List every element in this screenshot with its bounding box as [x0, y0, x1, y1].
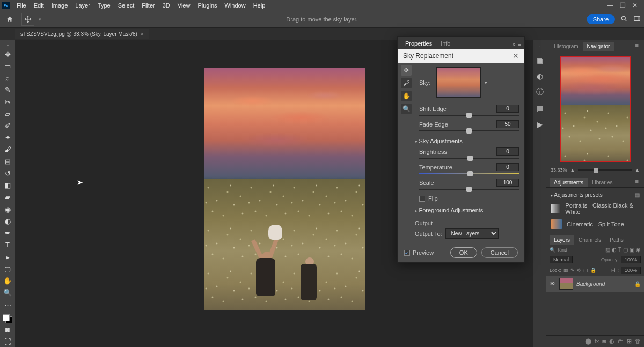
lock-position-icon[interactable]: ✥ [577, 268, 581, 273]
layer-visibility-icon[interactable]: 👁 [550, 280, 556, 287]
gradient-tool[interactable]: ▰ [2, 192, 13, 203]
menu-image[interactable]: Image [48, 0, 72, 11]
tab-layers[interactable]: Layers [550, 235, 574, 245]
workspace-icon[interactable] [633, 15, 641, 24]
layer-fx-icon[interactable]: fx [595, 338, 599, 345]
zoom-out-icon[interactable]: ▲ [570, 167, 575, 173]
menu-view[interactable]: View [174, 0, 194, 11]
foreground-adjustments-header[interactable]: Foreground Adjustments [415, 207, 519, 213]
fade-edge-slider[interactable] [419, 129, 519, 132]
frame-tool[interactable]: ▱ [2, 108, 13, 119]
adjustments-panel-icon[interactable]: ◐ [535, 71, 545, 81]
hand-tool[interactable]: ✋ [2, 275, 13, 286]
tab-histogram[interactable]: Histogram [550, 42, 583, 51]
brightness-slider[interactable] [419, 157, 519, 160]
brush-tool[interactable]: 🖌 [2, 144, 13, 155]
preset-classic-bw[interactable]: Portraits - Classic Black & White [546, 200, 644, 217]
menu-window[interactable]: Window [221, 0, 250, 11]
tab-libraries[interactable]: Libraries [588, 178, 617, 187]
wand-tool[interactable]: ✎ [2, 85, 13, 95]
sky-zoom-tool-icon[interactable]: 🔍 [401, 104, 412, 114]
output-to-dropdown[interactable]: New Layers [445, 228, 499, 239]
eyedropper-tool[interactable]: ✐ [2, 120, 13, 131]
menu-layer[interactable]: Layer [71, 0, 94, 11]
window-close-icon[interactable]: ✕ [632, 2, 638, 9]
grid-view-icon[interactable]: ▦ [635, 192, 640, 198]
filter-toggle-icon[interactable]: ◉ [636, 247, 641, 253]
menu-filter[interactable]: Filter [138, 0, 158, 11]
move-tool[interactable]: ✥ [2, 49, 13, 60]
layer-background[interactable]: 👁 Background 🔒 [546, 276, 644, 292]
marquee-tool[interactable]: ▭ [2, 61, 13, 71]
libraries-panel-icon[interactable]: ▤ [535, 104, 545, 113]
tab-navigator[interactable]: Navigator [583, 42, 614, 51]
filter-smart-icon[interactable]: ▣ [630, 247, 634, 253]
temperature-slider[interactable] [419, 172, 519, 175]
brightness-value[interactable]: 0 [496, 147, 519, 156]
more-tools[interactable]: ⋯ [2, 299, 13, 310]
dialog-collapse-icon[interactable]: » [512, 41, 515, 47]
heal-tool[interactable]: ✦ [2, 132, 13, 143]
eraser-tool[interactable]: ◧ [2, 180, 13, 191]
color-swatch[interactable] [3, 314, 12, 323]
shape-tool[interactable]: ▢ [2, 263, 13, 274]
panel-menu-icon[interactable]: ≡ [635, 178, 641, 187]
scale-slider[interactable] [419, 188, 519, 191]
move-tool-icon[interactable] [21, 13, 34, 26]
share-button[interactable]: Share [587, 14, 615, 24]
dialog-close-icon[interactable]: ✕ [513, 51, 519, 60]
flip-checkbox[interactable] [419, 196, 425, 202]
type-tool[interactable]: T [2, 240, 13, 250]
dialog-tab-properties[interactable]: Properties [401, 38, 436, 49]
temperature-value[interactable]: 0 [496, 163, 519, 171]
panel-menu-icon[interactable]: ≡ [635, 235, 641, 245]
lock-artboard-icon[interactable]: ▢ [583, 268, 588, 273]
info-panel-icon[interactable]: ⓘ [535, 87, 545, 97]
filter-shape-icon[interactable]: ▢ [623, 247, 628, 253]
quick-mask-icon[interactable]: ◙ [2, 324, 13, 335]
tab-adjustments[interactable]: Adjustments [550, 178, 588, 187]
screen-mode-icon[interactable]: ⛶ [2, 336, 13, 347]
tab-close-icon[interactable]: × [141, 31, 144, 37]
dialog-tab-info[interactable]: Info [436, 38, 455, 49]
menu-edit[interactable]: Edit [30, 0, 48, 11]
panel-menu-icon[interactable]: ≡ [635, 42, 641, 51]
pen-tool[interactable]: ✒ [2, 228, 13, 239]
lock-all-icon[interactable]: 🔒 [590, 268, 596, 273]
scale-value[interactable]: 100 [496, 179, 519, 187]
stamp-tool[interactable]: ⊟ [2, 156, 13, 167]
sky-hand-tool-icon[interactable]: ✋ [401, 91, 412, 101]
tab-channels[interactable]: Channels [574, 235, 605, 245]
ok-button[interactable]: OK [450, 247, 477, 258]
crop-tool[interactable]: ✂ [2, 97, 13, 107]
blend-mode-dropdown[interactable]: Normal [550, 256, 573, 263]
sky-preset-dropdown[interactable] [436, 67, 481, 98]
actions-panel-icon[interactable]: ▶ [535, 120, 545, 129]
shift-edge-value[interactable]: 0 [496, 105, 519, 113]
path-select-tool[interactable]: ▸ [2, 252, 13, 262]
menu-select[interactable]: Select [114, 0, 138, 11]
fill-value[interactable]: 100% [621, 267, 641, 274]
menu-type[interactable]: Type [94, 0, 114, 11]
history-brush-tool[interactable]: ↺ [2, 168, 13, 179]
menu-file[interactable]: File [13, 0, 30, 11]
adjustments-presets-header[interactable]: Adjustments presets▦ [546, 190, 644, 200]
shift-edge-slider[interactable] [419, 114, 519, 117]
filter-type-icon[interactable]: T [618, 247, 621, 253]
color-panel-icon[interactable]: ▦ [535, 55, 545, 65]
search-icon[interactable] [620, 15, 628, 24]
lock-image-icon[interactable]: ✎ [570, 268, 575, 273]
adjustment-layer-icon[interactable]: ◐ [609, 338, 614, 345]
link-layers-icon[interactable]: ⬤ [585, 338, 591, 345]
filter-pixel-icon[interactable]: ▧ [605, 247, 610, 253]
preset-split-tone[interactable]: Cinematic - Split Tone [546, 217, 644, 231]
lasso-tool[interactable]: ⌕ [2, 72, 13, 83]
dodge-tool[interactable]: ◐ [2, 216, 13, 226]
menu-plugins[interactable]: Plugins [194, 0, 221, 11]
sky-adjustments-header[interactable]: Sky Adjustments [415, 138, 519, 144]
layer-lock-icon[interactable]: 🔒 [634, 281, 641, 287]
sky-move-tool-icon[interactable]: ✥ [401, 65, 412, 76]
layer-group-icon[interactable]: 🗀 [618, 338, 624, 345]
fade-edge-value[interactable]: 50 [496, 120, 519, 128]
filter-adjust-icon[interactable]: ◐ [612, 247, 617, 253]
